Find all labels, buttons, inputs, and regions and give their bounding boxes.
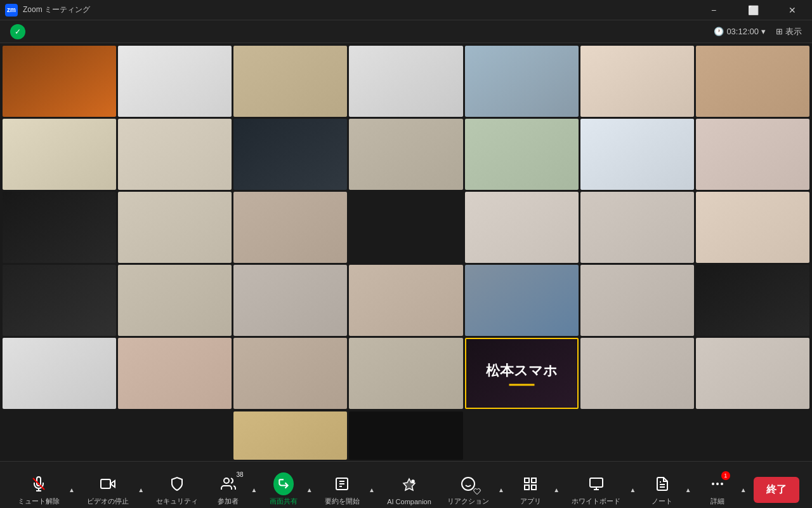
video-cell-28	[3, 338, 116, 409]
security-button[interactable]: セキュリティ	[151, 471, 203, 508]
note-caret[interactable]: ▲	[684, 484, 693, 496]
end-meeting-button[interactable]: 終了	[754, 477, 799, 503]
whiteboard-caret[interactable]: ▲	[628, 484, 637, 496]
apps-caret[interactable]: ▲	[552, 484, 561, 496]
mute-icon	[29, 474, 49, 494]
mute-caret[interactable]: ▲	[67, 484, 76, 496]
video-cell-5	[465, 46, 579, 117]
ai-group: AI Companion	[382, 472, 436, 508]
video-cell-29	[118, 338, 232, 409]
video-cell-6	[580, 46, 694, 117]
video-cell-27	[696, 265, 809, 336]
timer-caret[interactable]: ▾	[761, 27, 766, 36]
whiteboard-group: ホワイトボード ▲	[566, 471, 637, 508]
participants-count: 38	[236, 471, 243, 478]
ai-icon	[399, 475, 419, 495]
titlebar-left: zm Zoom ミーティング	[5, 4, 90, 17]
security-group: セキュリティ	[151, 471, 203, 508]
video-caret[interactable]: ▲	[136, 484, 145, 496]
svg-rect-18	[532, 485, 536, 490]
video-cell-33	[696, 338, 809, 409]
security-icon	[167, 474, 187, 494]
video-cell-34	[233, 411, 347, 460]
ai-button[interactable]: AI Companion	[382, 472, 436, 508]
video-empty-a	[3, 411, 116, 460]
maximize-button[interactable]: ⬜	[738, 0, 768, 20]
mute-button[interactable]: ミュート解除	[13, 471, 65, 508]
topbar-right: 🕐 03:12:00 ▾ ⊞ 表示	[714, 26, 802, 37]
reaction-button[interactable]: リアクション	[442, 471, 494, 508]
share-group: 画面共有 ▲	[265, 471, 314, 508]
apps-group: アプリ ▲	[511, 471, 561, 508]
participants-caret[interactable]: ▲	[250, 484, 259, 496]
video-empty-c	[465, 411, 579, 460]
summary-group: 要約を開始 ▲	[320, 471, 376, 508]
video-cell-9	[118, 119, 232, 190]
participants-group: 38 参加者 ▲	[209, 471, 259, 508]
more-button[interactable]: 1 詳細	[698, 471, 737, 508]
summary-button[interactable]: 要約を開始	[320, 471, 365, 508]
video-empty-b	[118, 411, 232, 460]
more-icon: 1	[707, 474, 728, 494]
minimize-button[interactable]: −	[699, 0, 728, 20]
video-cell-26	[580, 265, 694, 336]
mute-group: ミュート解除 ▲	[13, 471, 76, 508]
video-cell-7	[696, 46, 809, 117]
close-button[interactable]: ✕	[778, 0, 807, 20]
zoom-logo: zm	[5, 4, 18, 17]
video-cell-21	[3, 265, 116, 336]
video-button[interactable]: ビデオの停止	[82, 471, 134, 508]
video-cell-15	[3, 192, 116, 263]
video-cell-22	[118, 265, 232, 336]
summary-caret[interactable]: ▲	[367, 484, 376, 496]
participants-icon: 38	[218, 474, 239, 494]
note-group: ノート ▲	[643, 471, 693, 508]
svg-point-5	[224, 478, 229, 483]
video-cell-25	[465, 265, 579, 336]
note-icon	[652, 474, 672, 494]
more-caret[interactable]: ▲	[739, 484, 748, 496]
view-button[interactable]: ⊞ 表示	[776, 26, 802, 37]
svg-rect-17	[525, 485, 529, 490]
participants-button[interactable]: 38 参加者	[209, 471, 247, 508]
video-cell-30	[233, 338, 347, 409]
share-caret[interactable]: ▲	[305, 484, 314, 496]
toolbar: ミュート解除 ▲ ビデオの停止 ▲ セキュリティ	[0, 461, 812, 508]
reaction-caret[interactable]: ▲	[497, 484, 506, 496]
whiteboard-icon	[586, 474, 606, 494]
svg-point-26	[721, 483, 723, 485]
svg-point-12	[462, 478, 475, 490]
whiteboard-button[interactable]: ホワイトボード	[566, 471, 625, 508]
grid-icon: ⊞	[776, 27, 783, 36]
svg-marker-3	[110, 481, 115, 487]
clock-icon: 🕐	[714, 27, 724, 36]
video-cell-13	[580, 119, 694, 190]
svg-rect-4	[101, 479, 110, 488]
video-cell-31	[349, 338, 462, 409]
titlebar-title: Zoom ミーティング	[23, 4, 90, 15]
video-cell-12	[465, 119, 579, 190]
active-speaker-name: 松本スマホ	[486, 361, 558, 386]
summary-icon	[332, 474, 352, 494]
video-cell-11	[349, 119, 462, 190]
share-button[interactable]: 画面共有	[265, 471, 303, 508]
svg-rect-16	[532, 478, 536, 483]
video-cell-20	[696, 192, 809, 263]
video-cell-4	[349, 46, 462, 117]
video-icon	[98, 474, 118, 494]
video-cell-24	[349, 265, 462, 336]
svg-point-25	[717, 483, 718, 485]
note-button[interactable]: ノート	[643, 471, 681, 508]
video-cell-10	[233, 119, 347, 190]
video-cell-32	[580, 338, 694, 409]
reaction-group: リアクション ▲	[442, 471, 506, 508]
video-cell-3	[233, 46, 347, 117]
video-cell-19	[580, 192, 694, 263]
video-cell-1	[3, 46, 116, 117]
topbar: ✓ 🕐 03:12:00 ▾ ⊞ 表示	[0, 20, 812, 43]
video-cell-8	[3, 119, 116, 190]
apps-button[interactable]: アプリ	[511, 471, 549, 508]
more-group: 1 詳細 ▲	[698, 471, 748, 508]
titlebar: zm Zoom ミーティング − ⬜ ✕	[0, 0, 812, 20]
video-cell-active-speaker: 松本スマホ	[465, 338, 579, 409]
